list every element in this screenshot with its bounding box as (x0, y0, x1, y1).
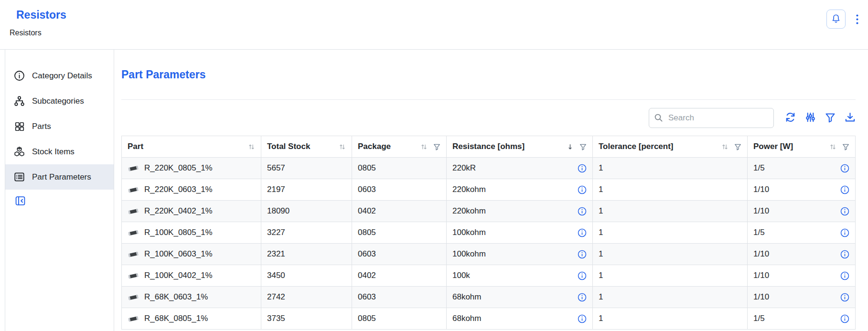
sort-icon[interactable] (248, 143, 255, 150)
cell-total_stock: 3450 (261, 265, 352, 287)
column-filter-icon[interactable] (842, 143, 849, 150)
power-value: 1/5 (753, 162, 765, 174)
tolerance-value: 1 (599, 163, 603, 172)
info-circle-icon (14, 70, 25, 81)
parameter-info-icon[interactable] (578, 228, 587, 237)
part-thumbnail-icon (128, 186, 139, 194)
sidebar-item-stock-items[interactable]: Stock Items (5, 139, 114, 164)
collapse-sidebar-button[interactable] (15, 195, 26, 208)
total_stock-value: 3450 (267, 271, 285, 280)
column-header-part[interactable]: Part (122, 136, 261, 158)
parameter-info-icon[interactable] (840, 250, 849, 259)
search-input[interactable] (649, 108, 774, 128)
parameter-info-icon[interactable] (578, 250, 587, 259)
sort-icon[interactable] (339, 143, 346, 150)
cell-resistance: 100kohm (447, 222, 593, 244)
cell-resistance: 100kohm (447, 244, 593, 265)
cell-tolerance: 1 (593, 265, 748, 287)
part-thumbnail-icon (128, 250, 139, 258)
package-value: 0603 (358, 249, 376, 258)
table-row[interactable]: R_220K_0805_1%56570805220kR11/5 (122, 158, 856, 179)
sort-icon[interactable] (420, 143, 428, 150)
overflow-menu-button[interactable] (853, 13, 861, 27)
part-thumbnail-icon (128, 293, 139, 301)
total_stock-value: 5657 (267, 163, 285, 172)
sort-desc-icon[interactable] (567, 143, 574, 150)
cell-power: 1/10 (748, 179, 856, 201)
resistance-value: 68kohm (452, 312, 481, 325)
cell-total_stock: 2197 (261, 179, 352, 201)
tolerance-value: 1 (599, 271, 603, 280)
package-value: 0805 (358, 314, 376, 323)
table-row[interactable]: R_100K_0402_1%34500402100k11/10 (122, 265, 856, 287)
column-header-tolerance[interactable]: Tolerance [percent] (593, 136, 748, 158)
table-row[interactable]: R_68K_0805_1%3735080568kohm11/5 (122, 308, 856, 330)
cell-part: R_100K_0603_1% (122, 244, 261, 265)
column-settings-button[interactable] (805, 112, 816, 124)
download-button[interactable] (845, 112, 856, 124)
sidebar-item-category-details[interactable]: Category Details (5, 63, 114, 88)
cell-part: R_100K_0805_1% (122, 222, 261, 244)
cell-resistance: 68kohm (447, 308, 593, 330)
sidebar-item-part-parameters[interactable]: Part Parameters (5, 164, 114, 190)
sitemap-icon (14, 96, 25, 107)
refresh-button[interactable] (785, 112, 796, 124)
parameter-info-icon[interactable] (578, 164, 587, 173)
sidebar-item-subcategories[interactable]: Subcategories (5, 88, 114, 114)
parameter-info-icon[interactable] (840, 293, 849, 302)
column-label: Power [W] (753, 140, 793, 153)
table-row[interactable]: R_220K_0402_1%180900402220kohm11/10 (122, 201, 856, 222)
parameter-info-icon[interactable] (578, 314, 587, 323)
sidebar: Category DetailsSubcategoriesPartsStock … (5, 50, 114, 331)
power-value: 1/10 (753, 205, 769, 217)
search-box (649, 108, 774, 128)
power-value: 1/10 (753, 291, 769, 303)
column-filter-icon[interactable] (433, 143, 440, 150)
part-name: R_68K_0603_1% (144, 291, 208, 303)
parameter-info-icon[interactable] (840, 185, 849, 194)
column-label: Total Stock (267, 140, 310, 153)
parameter-info-icon[interactable] (840, 207, 849, 216)
resistance-value: 220kohm (452, 183, 486, 196)
package-value: 0805 (358, 228, 376, 237)
parameter-info-icon[interactable] (578, 185, 587, 194)
cell-part: R_220K_0805_1% (122, 158, 261, 179)
column-header-resistance[interactable]: Resistance [ohms] (447, 136, 593, 158)
column-header-package[interactable]: Package (352, 136, 447, 158)
cell-resistance: 220kR (447, 158, 593, 179)
table-row[interactable]: R_220K_0603_1%21970603220kohm11/10 (122, 179, 856, 201)
breadcrumb: Resistors (10, 29, 857, 37)
column-header-total_stock[interactable]: Total Stock (261, 136, 352, 158)
section-title: Part Parameters (121, 67, 856, 82)
table-row[interactable]: R_100K_0805_1%32270805100kohm11/5 (122, 222, 856, 244)
parameter-info-icon[interactable] (840, 228, 849, 237)
package-value: 0603 (358, 185, 376, 194)
parameter-info-icon[interactable] (840, 314, 849, 323)
table-row[interactable]: R_100K_0603_1%23210603100kohm11/10 (122, 244, 856, 265)
parameter-info-icon[interactable] (840, 164, 849, 173)
parameter-info-icon[interactable] (578, 207, 587, 216)
column-header-power[interactable]: Power [W] (748, 136, 856, 158)
parameter-info-icon[interactable] (840, 271, 849, 280)
sort-icon[interactable] (721, 143, 729, 150)
cell-part: R_68K_0805_1% (122, 308, 261, 330)
sort-icon[interactable] (829, 143, 836, 150)
column-filter-icon[interactable] (579, 143, 587, 150)
parameter-info-icon[interactable] (578, 293, 587, 302)
cell-tolerance: 1 (593, 244, 748, 265)
total_stock-value: 18090 (267, 206, 289, 215)
cell-resistance: 100k (447, 265, 593, 287)
total_stock-value: 3227 (267, 228, 285, 237)
table-row[interactable]: R_68K_0603_1%2742060368kohm11/10 (122, 287, 856, 308)
cell-package: 0603 (352, 179, 447, 201)
parameter-info-icon[interactable] (578, 271, 587, 280)
sidebar-item-parts[interactable]: Parts (5, 114, 114, 139)
part-name: R_100K_0402_1% (144, 269, 213, 282)
notifications-button[interactable] (826, 10, 846, 29)
total_stock-value: 2742 (267, 292, 285, 301)
cell-tolerance: 1 (593, 308, 748, 330)
column-filter-icon[interactable] (734, 143, 741, 150)
cell-power: 1/5 (748, 158, 856, 179)
filter-button[interactable] (825, 112, 836, 124)
content-shell: Category DetailsSubcategoriesPartsStock … (5, 50, 868, 331)
